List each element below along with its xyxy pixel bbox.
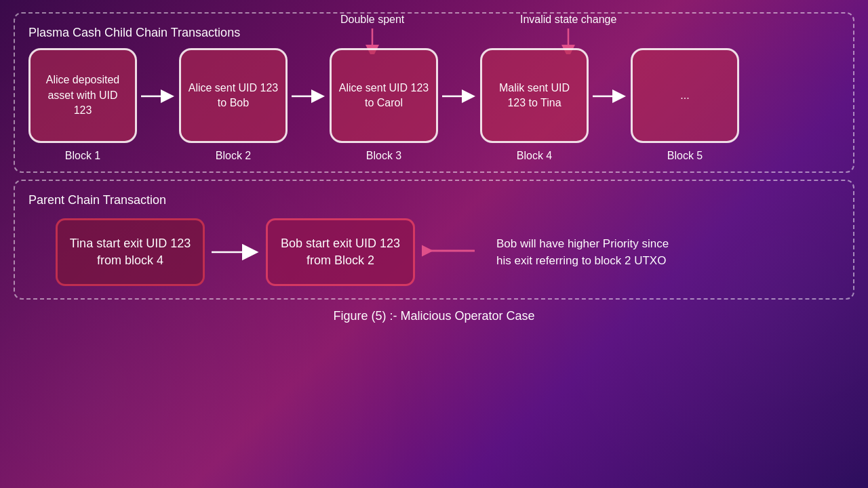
block-label-1: Block 1 — [65, 150, 100, 162]
block-container-1: Alice deposited asset with UID 123 Block… — [28, 48, 137, 162]
tina-exit-box: Tina start exit UID 123 from block 4 — [56, 218, 205, 286]
parent-section-title: Parent Chain Transaction — [28, 193, 840, 207]
arrow-4-5 — [589, 88, 631, 104]
arrow-1-2 — [137, 88, 179, 104]
block-container-3: Alice sent UID 123 to Carol Block 3 — [330, 48, 438, 162]
bottom-section: Parent Chain Transaction Tina start exit… — [14, 180, 854, 300]
block-container-5: ... Block 5 — [631, 48, 739, 162]
block-box-3: Alice sent UID 123 to Carol — [330, 48, 438, 143]
top-section-title: Plasma Cash Child Chain Transactions — [28, 26, 840, 40]
block-label-4: Block 4 — [517, 150, 552, 162]
red-arrow-left — [422, 241, 476, 263]
parent-row: Tina start exit UID 123 from block 4 Bob… — [28, 218, 840, 286]
double-spent-label: Double spent — [340, 14, 404, 26]
block-box-5: ... — [631, 48, 739, 143]
block-label-2: Block 2 — [216, 150, 251, 162]
arrow-2-3 — [288, 88, 330, 104]
invalid-state-label: Invalid state change — [520, 14, 616, 26]
blocks-row: Alice deposited asset with UID 123 Block… — [28, 48, 840, 162]
top-section: Plasma Cash Child Chain Transactions Dou… — [14, 12, 854, 173]
block-box-4: Malik sent UID 123 to Tina — [480, 48, 589, 143]
block-box-2: Alice sent UID 123 to Bob — [179, 48, 288, 143]
block-label-3: Block 3 — [366, 150, 401, 162]
page-wrapper: Plasma Cash Child Chain Transactions Dou… — [0, 0, 868, 488]
block-container-4: Malik sent UID 123 to Tina Block 4 — [480, 48, 589, 162]
arrow-3-4 — [438, 88, 480, 104]
figure-caption: Figure (5) :- Malicious Operator Case — [14, 309, 854, 323]
priority-note: Bob will have higher Priority since his … — [496, 235, 686, 270]
parent-arrow-right — [205, 243, 266, 262]
block-container-2: Alice sent UID 123 to Bob Block 2 — [179, 48, 288, 162]
block-box-1: Alice deposited asset with UID 123 — [28, 48, 137, 143]
bob-exit-box: Bob start exit UID 123 from Block 2 — [266, 218, 415, 286]
block-label-5: Block 5 — [667, 150, 703, 162]
